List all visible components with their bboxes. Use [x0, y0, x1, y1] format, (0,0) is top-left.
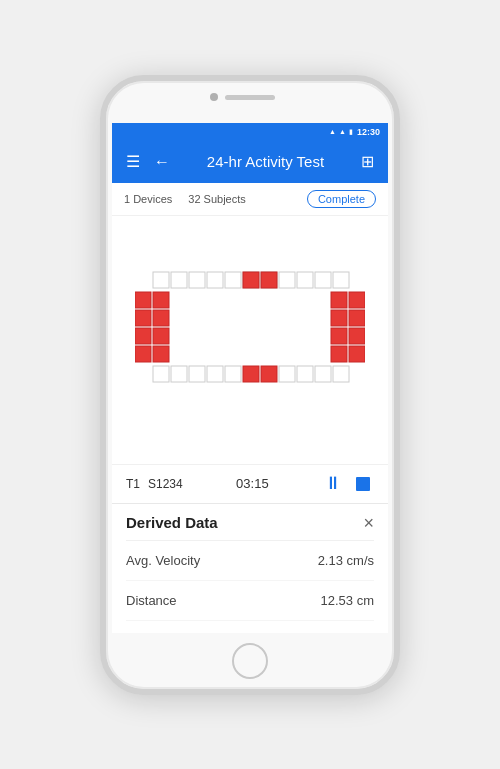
battery-icon: ▮	[349, 128, 353, 136]
status-time: 12:30	[357, 127, 380, 137]
svg-rect-21	[331, 310, 347, 326]
svg-rect-0	[153, 272, 169, 288]
info-bar: 1 Devices 32 Subjects Complete	[112, 183, 388, 216]
svg-rect-39	[261, 272, 277, 288]
svg-rect-31	[225, 366, 241, 382]
derived-data-panel: Derived Data × Avg. Velocity 2.13 cm/s D…	[112, 503, 388, 633]
hamburger-icon[interactable]: ☰	[122, 148, 144, 175]
pause-icon: ⏸	[324, 473, 342, 494]
distance-key: Distance	[126, 593, 177, 608]
devices-label: 1 Devices	[124, 193, 172, 205]
subjects-label: 32 Subjects	[188, 193, 245, 205]
svg-rect-36	[315, 366, 331, 382]
svg-rect-35	[297, 366, 313, 382]
derived-row-velocity: Avg. Velocity 2.13 cm/s	[126, 541, 374, 581]
svg-rect-18	[153, 346, 169, 362]
svg-rect-15	[135, 328, 151, 344]
derived-header: Derived Data ×	[126, 504, 374, 541]
svg-rect-32	[243, 366, 259, 382]
svg-rect-27	[153, 366, 169, 382]
svg-rect-23	[331, 328, 347, 344]
svg-rect-22	[349, 310, 365, 326]
stop-icon	[356, 477, 370, 491]
phone-frame: ▲ ▲ ▮ 12:30 ☰ ← 24-hr Activity Test ⊞ 1 …	[100, 75, 400, 695]
distance-value: 12.53 cm	[321, 593, 374, 608]
svg-rect-14	[153, 310, 169, 326]
velocity-key: Avg. Velocity	[126, 553, 200, 568]
svg-rect-1	[171, 272, 187, 288]
back-button[interactable]: ←	[150, 149, 174, 175]
phone-speaker	[225, 95, 275, 100]
svg-rect-4	[225, 272, 241, 288]
svg-rect-30	[207, 366, 223, 382]
page-title: 24-hr Activity Test	[180, 153, 351, 170]
subject-label: S1234	[148, 477, 183, 491]
derived-row-distance: Distance 12.53 cm	[126, 581, 374, 621]
screen: ▲ ▲ ▮ 12:30 ☰ ← 24-hr Activity Test ⊞ 1 …	[112, 123, 388, 633]
filter-icon[interactable]: ⊞	[357, 148, 378, 175]
playback-bar: T1 S1234 03:15 ⏸	[112, 464, 388, 503]
svg-rect-7	[279, 272, 295, 288]
svg-rect-20	[349, 292, 365, 308]
svg-rect-10	[333, 272, 349, 288]
svg-rect-37	[333, 366, 349, 382]
svg-rect-17	[135, 346, 151, 362]
status-bar: ▲ ▲ ▮ 12:30	[112, 123, 388, 141]
svg-rect-13	[135, 310, 151, 326]
svg-rect-3	[207, 272, 223, 288]
svg-rect-8	[297, 272, 313, 288]
svg-rect-9	[315, 272, 331, 288]
status-icons: ▲ ▲ ▮	[329, 128, 353, 136]
svg-rect-19	[331, 292, 347, 308]
velocity-value: 2.13 cm/s	[318, 553, 374, 568]
svg-rect-38	[243, 272, 259, 288]
svg-rect-33	[261, 366, 277, 382]
svg-rect-24	[349, 328, 365, 344]
svg-rect-29	[189, 366, 205, 382]
wifi-icon: ▲	[339, 128, 346, 135]
svg-rect-26	[349, 346, 365, 362]
close-button[interactable]: ×	[363, 514, 374, 532]
svg-rect-2	[189, 272, 205, 288]
track-label: T1	[126, 477, 140, 491]
derived-title: Derived Data	[126, 514, 218, 531]
svg-rect-25	[331, 346, 347, 362]
svg-rect-16	[153, 328, 169, 344]
activity-grid-area	[112, 216, 388, 464]
svg-rect-11	[135, 292, 151, 308]
signal-icon: ▲	[329, 128, 336, 135]
pause-button[interactable]: ⏸	[322, 473, 344, 495]
phone-home-button[interactable]	[232, 643, 268, 679]
svg-rect-34	[279, 366, 295, 382]
phone-camera	[210, 93, 218, 101]
grid-svg	[135, 270, 365, 415]
stop-button[interactable]	[352, 473, 374, 495]
status-badge: Complete	[307, 190, 376, 208]
svg-rect-12	[153, 292, 169, 308]
playback-time: 03:15	[191, 476, 314, 491]
activity-grid	[135, 270, 365, 410]
svg-rect-28	[171, 366, 187, 382]
app-header: ☰ ← 24-hr Activity Test ⊞	[112, 141, 388, 183]
